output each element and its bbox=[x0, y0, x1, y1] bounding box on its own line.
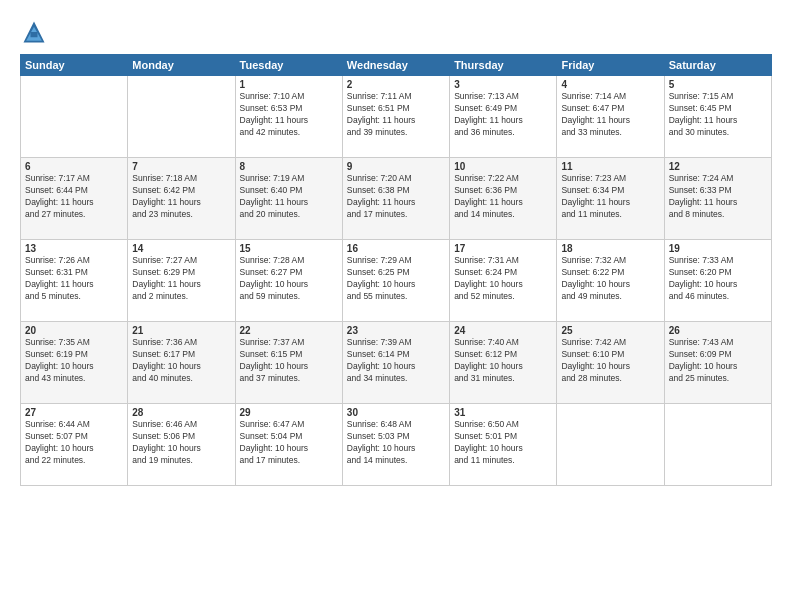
weekday-header-monday: Monday bbox=[128, 55, 235, 76]
day-number: 23 bbox=[347, 325, 445, 336]
day-cell: 1Sunrise: 7:10 AM Sunset: 6:53 PM Daylig… bbox=[235, 76, 342, 158]
day-number: 19 bbox=[669, 243, 767, 254]
day-number: 2 bbox=[347, 79, 445, 90]
day-cell: 5Sunrise: 7:15 AM Sunset: 6:45 PM Daylig… bbox=[664, 76, 771, 158]
day-cell: 9Sunrise: 7:20 AM Sunset: 6:38 PM Daylig… bbox=[342, 158, 449, 240]
day-number: 8 bbox=[240, 161, 338, 172]
day-cell: 28Sunrise: 6:46 AM Sunset: 5:06 PM Dayli… bbox=[128, 404, 235, 486]
day-number: 28 bbox=[132, 407, 230, 418]
day-cell: 3Sunrise: 7:13 AM Sunset: 6:49 PM Daylig… bbox=[450, 76, 557, 158]
day-info: Sunrise: 6:46 AM Sunset: 5:06 PM Dayligh… bbox=[132, 419, 230, 467]
day-number: 24 bbox=[454, 325, 552, 336]
header bbox=[20, 18, 772, 46]
day-number: 30 bbox=[347, 407, 445, 418]
day-info: Sunrise: 7:32 AM Sunset: 6:22 PM Dayligh… bbox=[561, 255, 659, 303]
day-info: Sunrise: 7:20 AM Sunset: 6:38 PM Dayligh… bbox=[347, 173, 445, 221]
day-number: 10 bbox=[454, 161, 552, 172]
day-number: 31 bbox=[454, 407, 552, 418]
day-number: 5 bbox=[669, 79, 767, 90]
day-number: 14 bbox=[132, 243, 230, 254]
day-number: 27 bbox=[25, 407, 123, 418]
day-cell: 26Sunrise: 7:43 AM Sunset: 6:09 PM Dayli… bbox=[664, 322, 771, 404]
week-row-5: 27Sunrise: 6:44 AM Sunset: 5:07 PM Dayli… bbox=[21, 404, 772, 486]
day-cell: 19Sunrise: 7:33 AM Sunset: 6:20 PM Dayli… bbox=[664, 240, 771, 322]
day-info: Sunrise: 7:36 AM Sunset: 6:17 PM Dayligh… bbox=[132, 337, 230, 385]
page: SundayMondayTuesdayWednesdayThursdayFrid… bbox=[0, 0, 792, 612]
day-info: Sunrise: 7:14 AM Sunset: 6:47 PM Dayligh… bbox=[561, 91, 659, 139]
day-cell: 15Sunrise: 7:28 AM Sunset: 6:27 PM Dayli… bbox=[235, 240, 342, 322]
week-row-2: 6Sunrise: 7:17 AM Sunset: 6:44 PM Daylig… bbox=[21, 158, 772, 240]
header-row: SundayMondayTuesdayWednesdayThursdayFrid… bbox=[21, 55, 772, 76]
day-info: Sunrise: 7:35 AM Sunset: 6:19 PM Dayligh… bbox=[25, 337, 123, 385]
day-number: 18 bbox=[561, 243, 659, 254]
day-info: Sunrise: 7:37 AM Sunset: 6:15 PM Dayligh… bbox=[240, 337, 338, 385]
logo-icon bbox=[20, 18, 48, 46]
day-cell bbox=[128, 76, 235, 158]
day-info: Sunrise: 7:42 AM Sunset: 6:10 PM Dayligh… bbox=[561, 337, 659, 385]
day-cell: 12Sunrise: 7:24 AM Sunset: 6:33 PM Dayli… bbox=[664, 158, 771, 240]
day-number: 3 bbox=[454, 79, 552, 90]
day-cell: 30Sunrise: 6:48 AM Sunset: 5:03 PM Dayli… bbox=[342, 404, 449, 486]
week-row-3: 13Sunrise: 7:26 AM Sunset: 6:31 PM Dayli… bbox=[21, 240, 772, 322]
day-cell: 4Sunrise: 7:14 AM Sunset: 6:47 PM Daylig… bbox=[557, 76, 664, 158]
day-cell: 21Sunrise: 7:36 AM Sunset: 6:17 PM Dayli… bbox=[128, 322, 235, 404]
day-cell: 11Sunrise: 7:23 AM Sunset: 6:34 PM Dayli… bbox=[557, 158, 664, 240]
day-info: Sunrise: 7:39 AM Sunset: 6:14 PM Dayligh… bbox=[347, 337, 445, 385]
day-cell: 27Sunrise: 6:44 AM Sunset: 5:07 PM Dayli… bbox=[21, 404, 128, 486]
day-cell: 16Sunrise: 7:29 AM Sunset: 6:25 PM Dayli… bbox=[342, 240, 449, 322]
day-info: Sunrise: 7:24 AM Sunset: 6:33 PM Dayligh… bbox=[669, 173, 767, 221]
day-cell bbox=[21, 76, 128, 158]
day-number: 6 bbox=[25, 161, 123, 172]
day-info: Sunrise: 7:28 AM Sunset: 6:27 PM Dayligh… bbox=[240, 255, 338, 303]
day-cell: 22Sunrise: 7:37 AM Sunset: 6:15 PM Dayli… bbox=[235, 322, 342, 404]
day-info: Sunrise: 7:15 AM Sunset: 6:45 PM Dayligh… bbox=[669, 91, 767, 139]
day-info: Sunrise: 7:40 AM Sunset: 6:12 PM Dayligh… bbox=[454, 337, 552, 385]
day-number: 21 bbox=[132, 325, 230, 336]
day-number: 13 bbox=[25, 243, 123, 254]
day-number: 20 bbox=[25, 325, 123, 336]
day-number: 22 bbox=[240, 325, 338, 336]
day-number: 7 bbox=[132, 161, 230, 172]
weekday-header-wednesday: Wednesday bbox=[342, 55, 449, 76]
day-info: Sunrise: 7:27 AM Sunset: 6:29 PM Dayligh… bbox=[132, 255, 230, 303]
day-number: 15 bbox=[240, 243, 338, 254]
day-number: 16 bbox=[347, 243, 445, 254]
day-cell: 2Sunrise: 7:11 AM Sunset: 6:51 PM Daylig… bbox=[342, 76, 449, 158]
day-cell: 7Sunrise: 7:18 AM Sunset: 6:42 PM Daylig… bbox=[128, 158, 235, 240]
svg-rect-2 bbox=[31, 32, 38, 37]
day-info: Sunrise: 7:43 AM Sunset: 6:09 PM Dayligh… bbox=[669, 337, 767, 385]
weekday-header-saturday: Saturday bbox=[664, 55, 771, 76]
day-info: Sunrise: 7:17 AM Sunset: 6:44 PM Dayligh… bbox=[25, 173, 123, 221]
day-cell: 13Sunrise: 7:26 AM Sunset: 6:31 PM Dayli… bbox=[21, 240, 128, 322]
day-info: Sunrise: 7:18 AM Sunset: 6:42 PM Dayligh… bbox=[132, 173, 230, 221]
day-info: Sunrise: 6:47 AM Sunset: 5:04 PM Dayligh… bbox=[240, 419, 338, 467]
day-number: 12 bbox=[669, 161, 767, 172]
day-info: Sunrise: 7:11 AM Sunset: 6:51 PM Dayligh… bbox=[347, 91, 445, 139]
day-cell: 17Sunrise: 7:31 AM Sunset: 6:24 PM Dayli… bbox=[450, 240, 557, 322]
weekday-header-tuesday: Tuesday bbox=[235, 55, 342, 76]
day-cell: 8Sunrise: 7:19 AM Sunset: 6:40 PM Daylig… bbox=[235, 158, 342, 240]
day-cell: 14Sunrise: 7:27 AM Sunset: 6:29 PM Dayli… bbox=[128, 240, 235, 322]
day-number: 11 bbox=[561, 161, 659, 172]
day-info: Sunrise: 7:26 AM Sunset: 6:31 PM Dayligh… bbox=[25, 255, 123, 303]
day-number: 1 bbox=[240, 79, 338, 90]
day-number: 26 bbox=[669, 325, 767, 336]
day-info: Sunrise: 7:31 AM Sunset: 6:24 PM Dayligh… bbox=[454, 255, 552, 303]
week-row-1: 1Sunrise: 7:10 AM Sunset: 6:53 PM Daylig… bbox=[21, 76, 772, 158]
day-cell: 29Sunrise: 6:47 AM Sunset: 5:04 PM Dayli… bbox=[235, 404, 342, 486]
day-info: Sunrise: 6:50 AM Sunset: 5:01 PM Dayligh… bbox=[454, 419, 552, 467]
weekday-header-sunday: Sunday bbox=[21, 55, 128, 76]
day-info: Sunrise: 7:29 AM Sunset: 6:25 PM Dayligh… bbox=[347, 255, 445, 303]
weekday-header-friday: Friday bbox=[557, 55, 664, 76]
day-info: Sunrise: 7:33 AM Sunset: 6:20 PM Dayligh… bbox=[669, 255, 767, 303]
day-info: Sunrise: 7:23 AM Sunset: 6:34 PM Dayligh… bbox=[561, 173, 659, 221]
day-info: Sunrise: 7:22 AM Sunset: 6:36 PM Dayligh… bbox=[454, 173, 552, 221]
day-info: Sunrise: 7:19 AM Sunset: 6:40 PM Dayligh… bbox=[240, 173, 338, 221]
day-number: 9 bbox=[347, 161, 445, 172]
week-row-4: 20Sunrise: 7:35 AM Sunset: 6:19 PM Dayli… bbox=[21, 322, 772, 404]
day-cell: 24Sunrise: 7:40 AM Sunset: 6:12 PM Dayli… bbox=[450, 322, 557, 404]
day-number: 4 bbox=[561, 79, 659, 90]
day-cell: 25Sunrise: 7:42 AM Sunset: 6:10 PM Dayli… bbox=[557, 322, 664, 404]
day-info: Sunrise: 7:10 AM Sunset: 6:53 PM Dayligh… bbox=[240, 91, 338, 139]
day-cell bbox=[664, 404, 771, 486]
